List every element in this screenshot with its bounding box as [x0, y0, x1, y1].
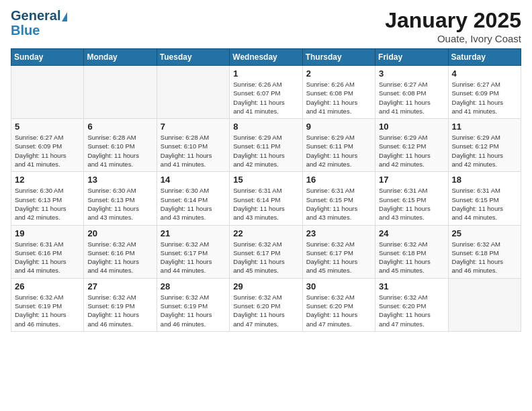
col-monday: Monday	[84, 49, 157, 66]
calendar-week-row: 12Sunrise: 6:30 AM Sunset: 6:13 PM Dayli…	[11, 172, 521, 225]
table-row: 31Sunrise: 6:32 AM Sunset: 6:20 PM Dayli…	[375, 278, 448, 331]
day-info: Sunrise: 6:31 AM Sunset: 6:15 PM Dayligh…	[379, 186, 444, 222]
table-row: 16Sunrise: 6:31 AM Sunset: 6:15 PM Dayli…	[302, 172, 375, 225]
day-info: Sunrise: 6:32 AM Sunset: 6:16 PM Dayligh…	[87, 240, 152, 275]
page: General Blue January 2025 Ouate, Ivory C…	[0, 0, 532, 411]
day-number: 22	[233, 228, 298, 238]
table-row: 9Sunrise: 6:29 AM Sunset: 6:11 PM Daylig…	[302, 119, 375, 172]
table-row: 12Sunrise: 6:30 AM Sunset: 6:13 PM Dayli…	[11, 172, 84, 225]
col-friday: Friday	[375, 49, 448, 66]
day-number: 11	[452, 122, 517, 132]
day-number: 27	[87, 281, 152, 291]
col-sunday: Sunday	[11, 49, 84, 66]
day-info: Sunrise: 6:26 AM Sunset: 6:07 PM Dayligh…	[233, 80, 298, 116]
table-row: 5Sunrise: 6:27 AM Sunset: 6:09 PM Daylig…	[11, 119, 84, 172]
day-number: 13	[87, 175, 152, 185]
table-row: 15Sunrise: 6:31 AM Sunset: 6:14 PM Dayli…	[230, 172, 302, 225]
day-info: Sunrise: 6:29 AM Sunset: 6:12 PM Dayligh…	[452, 133, 517, 169]
day-info: Sunrise: 6:32 AM Sunset: 6:18 PM Dayligh…	[452, 240, 517, 275]
table-row: 1Sunrise: 6:26 AM Sunset: 6:07 PM Daylig…	[230, 66, 302, 119]
subtitle: Ouate, Ivory Coast	[385, 33, 521, 44]
logo-triangle-icon	[62, 12, 67, 21]
table-row: 23Sunrise: 6:32 AM Sunset: 6:17 PM Dayli…	[302, 225, 375, 278]
day-info: Sunrise: 6:32 AM Sunset: 6:18 PM Dayligh…	[379, 240, 444, 275]
day-number: 4	[452, 68, 517, 79]
day-number: 14	[161, 175, 226, 185]
table-row: 7Sunrise: 6:28 AM Sunset: 6:10 PM Daylig…	[157, 119, 229, 172]
table-row: 22Sunrise: 6:32 AM Sunset: 6:17 PM Dayli…	[230, 225, 302, 278]
day-info: Sunrise: 6:27 AM Sunset: 6:09 PM Dayligh…	[452, 80, 517, 116]
day-info: Sunrise: 6:32 AM Sunset: 6:19 PM Dayligh…	[161, 293, 226, 328]
day-info: Sunrise: 6:32 AM Sunset: 6:20 PM Dayligh…	[306, 293, 371, 328]
title-block: January 2025 Ouate, Ivory Coast	[385, 8, 521, 44]
day-number: 26	[15, 281, 80, 291]
day-info: Sunrise: 6:26 AM Sunset: 6:08 PM Dayligh…	[306, 80, 371, 116]
day-number: 31	[379, 281, 444, 291]
header: General Blue January 2025 Ouate, Ivory C…	[11, 8, 521, 44]
table-row: 3Sunrise: 6:27 AM Sunset: 6:08 PM Daylig…	[375, 66, 448, 119]
table-row: 30Sunrise: 6:32 AM Sunset: 6:20 PM Dayli…	[302, 278, 375, 331]
table-row: 27Sunrise: 6:32 AM Sunset: 6:19 PM Dayli…	[84, 278, 157, 331]
col-thursday: Thursday	[302, 49, 375, 66]
day-number: 25	[452, 228, 517, 238]
calendar-week-row: 26Sunrise: 6:32 AM Sunset: 6:19 PM Dayli…	[11, 278, 521, 331]
day-number: 7	[161, 122, 226, 132]
table-row: 8Sunrise: 6:29 AM Sunset: 6:11 PM Daylig…	[230, 119, 302, 172]
logo-general: General	[11, 8, 60, 23]
calendar-week-row: 1Sunrise: 6:26 AM Sunset: 6:07 PM Daylig…	[11, 66, 521, 119]
logo-blue: Blue	[11, 23, 40, 38]
col-wednesday: Wednesday	[230, 49, 302, 66]
day-number: 6	[87, 122, 152, 132]
day-number: 12	[15, 175, 80, 185]
day-number: 21	[161, 228, 226, 238]
day-number: 8	[233, 122, 298, 132]
day-number: 18	[452, 175, 517, 185]
table-row	[157, 66, 229, 119]
table-row: 20Sunrise: 6:32 AM Sunset: 6:16 PM Dayli…	[84, 225, 157, 278]
day-info: Sunrise: 6:32 AM Sunset: 6:17 PM Dayligh…	[161, 240, 226, 275]
day-number: 24	[379, 228, 444, 238]
table-row: 21Sunrise: 6:32 AM Sunset: 6:17 PM Dayli…	[157, 225, 229, 278]
day-info: Sunrise: 6:30 AM Sunset: 6:14 PM Dayligh…	[161, 186, 226, 222]
day-number: 10	[379, 122, 444, 132]
day-info: Sunrise: 6:29 AM Sunset: 6:12 PM Dayligh…	[379, 133, 444, 169]
table-row	[84, 66, 157, 119]
calendar-week-row: 5Sunrise: 6:27 AM Sunset: 6:09 PM Daylig…	[11, 119, 521, 172]
day-info: Sunrise: 6:28 AM Sunset: 6:10 PM Dayligh…	[87, 133, 152, 169]
day-number: 23	[306, 228, 371, 238]
day-info: Sunrise: 6:27 AM Sunset: 6:09 PM Dayligh…	[15, 133, 80, 169]
day-info: Sunrise: 6:32 AM Sunset: 6:19 PM Dayligh…	[87, 293, 152, 328]
day-info: Sunrise: 6:31 AM Sunset: 6:14 PM Dayligh…	[233, 186, 298, 222]
day-number: 29	[233, 281, 298, 291]
day-number: 5	[15, 122, 80, 132]
table-row: 4Sunrise: 6:27 AM Sunset: 6:09 PM Daylig…	[448, 66, 521, 119]
table-row: 11Sunrise: 6:29 AM Sunset: 6:12 PM Dayli…	[448, 119, 521, 172]
day-info: Sunrise: 6:29 AM Sunset: 6:11 PM Dayligh…	[233, 133, 298, 169]
day-number: 17	[379, 175, 444, 185]
main-title: January 2025	[385, 8, 521, 33]
table-row: 26Sunrise: 6:32 AM Sunset: 6:19 PM Dayli…	[11, 278, 84, 331]
table-row: 24Sunrise: 6:32 AM Sunset: 6:18 PM Dayli…	[375, 225, 448, 278]
table-row: 29Sunrise: 6:32 AM Sunset: 6:20 PM Dayli…	[230, 278, 302, 331]
day-info: Sunrise: 6:27 AM Sunset: 6:08 PM Dayligh…	[379, 80, 444, 116]
table-row: 25Sunrise: 6:32 AM Sunset: 6:18 PM Dayli…	[448, 225, 521, 278]
day-number: 28	[161, 281, 226, 291]
logo-text: General	[11, 8, 67, 23]
day-number: 3	[379, 68, 444, 79]
table-row: 6Sunrise: 6:28 AM Sunset: 6:10 PM Daylig…	[84, 119, 157, 172]
calendar: Sunday Monday Tuesday Wednesday Thursday…	[11, 48, 521, 332]
day-info: Sunrise: 6:31 AM Sunset: 6:16 PM Dayligh…	[15, 240, 80, 275]
day-info: Sunrise: 6:32 AM Sunset: 6:17 PM Dayligh…	[233, 240, 298, 275]
table-row: 19Sunrise: 6:31 AM Sunset: 6:16 PM Dayli…	[11, 225, 84, 278]
day-info: Sunrise: 6:32 AM Sunset: 6:17 PM Dayligh…	[306, 240, 371, 275]
day-info: Sunrise: 6:29 AM Sunset: 6:11 PM Dayligh…	[306, 133, 371, 169]
logo: General Blue	[11, 8, 67, 38]
day-info: Sunrise: 6:32 AM Sunset: 6:20 PM Dayligh…	[379, 293, 444, 328]
calendar-week-row: 19Sunrise: 6:31 AM Sunset: 6:16 PM Dayli…	[11, 225, 521, 278]
table-row	[11, 66, 84, 119]
day-info: Sunrise: 6:32 AM Sunset: 6:20 PM Dayligh…	[233, 293, 298, 328]
day-number: 19	[15, 228, 80, 238]
day-number: 15	[233, 175, 298, 185]
day-info: Sunrise: 6:28 AM Sunset: 6:10 PM Dayligh…	[161, 133, 226, 169]
table-row: 10Sunrise: 6:29 AM Sunset: 6:12 PM Dayli…	[375, 119, 448, 172]
